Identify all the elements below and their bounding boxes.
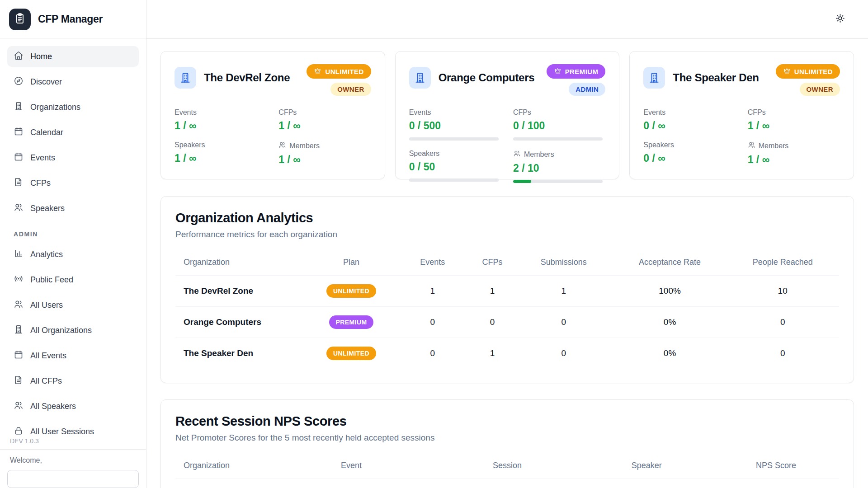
building-icon xyxy=(409,67,431,89)
sidebar-item-label: All CFPs xyxy=(30,376,62,386)
calendar-icon xyxy=(14,350,24,362)
lock-icon xyxy=(14,426,24,438)
sidebar-item-organizations[interactable]: Organizations xyxy=(7,97,139,117)
stat-members: Members 2 / 10 xyxy=(513,150,605,183)
sidebar-item-all-user-sessions[interactable]: All User Sessions xyxy=(7,421,139,437)
section-subtitle: Net Promoter Scores for the 5 most recen… xyxy=(175,433,839,443)
plan-badge: UNLIMITED xyxy=(326,347,376,360)
sidebar-item-label: Home xyxy=(30,52,52,61)
welcome-label: Welcome, xyxy=(7,450,139,470)
radio-icon xyxy=(14,274,24,286)
sidebar-item-all-cfps[interactable]: All CFPs xyxy=(7,371,139,391)
org-card-devrel-zone[interactable]: The DevRel Zone UNLIMITED OWNER Eve xyxy=(160,51,385,179)
sidebar-item-analytics[interactable]: Analytics xyxy=(7,244,139,265)
sidebar-item-label: Calendar xyxy=(30,128,63,137)
stat-cfps: CFPs 1 / ∞ xyxy=(748,108,840,132)
org-card-orange-computers[interactable]: Orange Computers PREMIUM ADMIN Even xyxy=(395,51,620,179)
sidebar-item-label: Discover xyxy=(30,77,62,87)
user-menu-button[interactable] xyxy=(7,470,139,488)
sidebar-item-label: Events xyxy=(30,153,55,163)
users-icon xyxy=(14,202,24,215)
sidebar-item-label: All Organizations xyxy=(30,326,92,335)
sidebar-item-cfps[interactable]: CFPs xyxy=(7,173,139,193)
compass-icon xyxy=(14,76,24,88)
admin-section-label: ADMIN xyxy=(7,223,139,244)
plan-badge: UNLIMITED xyxy=(326,284,376,298)
sidebar-item-label: Analytics xyxy=(30,250,63,259)
sidebar-item-label: Organizations xyxy=(30,103,80,112)
role-badge: ADMIN xyxy=(569,83,605,96)
nps-scores-section: Recent Session NPS Scores Net Promoter S… xyxy=(160,399,854,488)
stat-members: Members 1 / ∞ xyxy=(278,141,371,166)
table-row: The Speaker Den UNLIMITED 0 1 0 0% 0 xyxy=(175,338,839,369)
crown-icon xyxy=(314,67,321,76)
org-name: The Speaker Den xyxy=(673,71,759,84)
stat-events: Events 0 / ∞ xyxy=(643,108,736,132)
stat-members: Members 1 / ∞ xyxy=(748,141,840,166)
role-badge: OWNER xyxy=(800,83,840,96)
org-name: Orange Computers xyxy=(439,71,535,84)
table-row xyxy=(175,479,839,488)
plan-badge: UNLIMITED xyxy=(307,64,371,79)
sidebar-item-all-speakers[interactable]: All Speakers xyxy=(7,396,139,417)
crown-icon xyxy=(554,67,561,76)
sidebar-item-label: All User Sessions xyxy=(30,427,94,436)
page-content: The DevRel Zone UNLIMITED OWNER Eve xyxy=(146,39,868,488)
section-title: Organization Analytics xyxy=(175,211,839,225)
analytics-table: Organization Plan Events CFPs Submission… xyxy=(175,250,839,369)
main-area: The DevRel Zone UNLIMITED OWNER Eve xyxy=(146,0,868,488)
sidebar-item-label: All Events xyxy=(30,351,66,361)
table-row: Orange Computers PREMIUM 0 0 0 0% 0 xyxy=(175,307,839,338)
users-icon xyxy=(14,299,24,311)
sidebar-item-all-users[interactable]: All Users xyxy=(7,295,139,315)
table-header-row: Organization Plan Events CFPs Submission… xyxy=(175,250,839,276)
organization-analytics-section: Organization Analytics Performance metri… xyxy=(160,196,854,383)
sidebar-item-all-events[interactable]: All Events xyxy=(7,345,139,366)
sidebar: CFP Manager Home Discover Organizations … xyxy=(0,0,146,488)
bar-chart-icon xyxy=(14,249,24,261)
crown-icon xyxy=(783,67,791,76)
progress-bar xyxy=(409,137,499,141)
stat-speakers: Speakers 0 / 50 xyxy=(409,150,501,183)
version-label: DEV 1.0.3 xyxy=(7,437,139,449)
stat-cfps: CFPs 0 / 100 xyxy=(513,108,605,141)
org-card-speaker-den[interactable]: The Speaker Den UNLIMITED OWNER Eve xyxy=(629,51,854,179)
building-icon xyxy=(14,324,24,337)
sidebar-item-speakers[interactable]: Speakers xyxy=(7,198,139,219)
file-text-icon xyxy=(14,375,24,387)
sidebar-item-public-feed[interactable]: Public Feed xyxy=(7,269,139,290)
users-icon xyxy=(513,150,521,159)
plan-badge: UNLIMITED xyxy=(776,64,840,79)
sidebar-item-home[interactable]: Home xyxy=(7,46,139,67)
sidebar-item-label: Public Feed xyxy=(30,275,73,285)
sidebar-item-label: All Speakers xyxy=(30,402,76,411)
sidebar-item-events[interactable]: Events xyxy=(7,147,139,168)
building-icon xyxy=(175,67,196,89)
theme-toggle-button[interactable] xyxy=(831,10,849,28)
users-icon xyxy=(14,400,24,413)
table-header-row: Organization Event Session Speaker NPS S… xyxy=(175,454,839,479)
building-icon xyxy=(643,67,665,89)
role-badge: OWNER xyxy=(330,83,371,96)
nps-table: Organization Event Session Speaker NPS S… xyxy=(175,454,839,488)
sun-icon xyxy=(835,13,845,25)
table-row: The DevRel Zone UNLIMITED 1 1 1 100% 10 xyxy=(175,276,839,307)
sidebar-nav: Home Discover Organizations Calendar Eve… xyxy=(0,39,146,437)
users-icon xyxy=(748,141,755,150)
org-cards-row: The DevRel Zone UNLIMITED OWNER Eve xyxy=(160,51,854,179)
home-icon xyxy=(14,51,24,63)
clipboard-icon xyxy=(14,12,26,27)
stat-speakers: Speakers 0 / ∞ xyxy=(643,141,736,166)
sidebar-item-label: Speakers xyxy=(30,204,65,213)
sidebar-header: CFP Manager xyxy=(0,0,146,39)
stat-events: Events 0 / 500 xyxy=(409,108,501,141)
sidebar-item-discover[interactable]: Discover xyxy=(7,71,139,92)
stat-cfps: CFPs 1 / ∞ xyxy=(278,108,371,132)
section-title: Recent Session NPS Scores xyxy=(175,414,839,429)
progress-bar xyxy=(513,180,603,183)
sidebar-item-all-organizations[interactable]: All Organizations xyxy=(7,320,139,341)
sidebar-item-label: All Users xyxy=(30,300,63,310)
sidebar-item-calendar[interactable]: Calendar xyxy=(7,122,139,143)
plan-badge: PREMIUM xyxy=(547,64,606,79)
sidebar-item-label: CFPs xyxy=(30,178,51,188)
